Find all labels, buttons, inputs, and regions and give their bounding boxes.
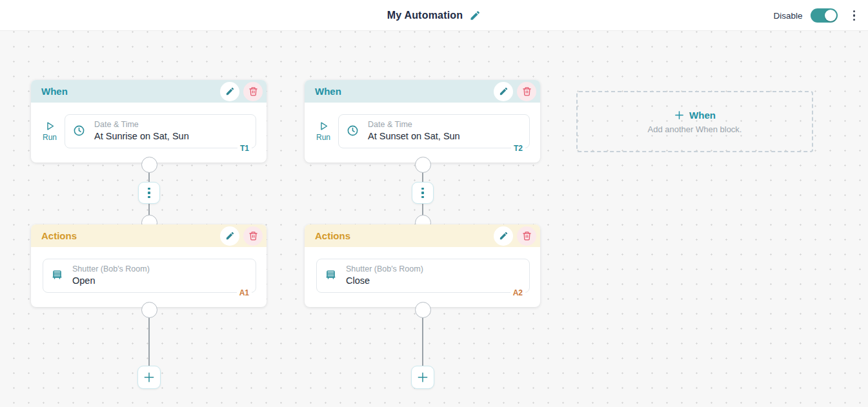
trigger-type-label: Date & Time <box>368 120 460 129</box>
plus-icon <box>143 371 156 384</box>
add-when-label: When <box>689 110 716 121</box>
trigger-card-1[interactable]: Date & Time At Sunrise on Sat, Sun T1 <box>65 114 256 148</box>
connector-line <box>148 308 150 373</box>
trigger-value: At Sunrise on Sat, Sun <box>94 131 189 141</box>
trigger-tag: T1 <box>237 144 252 153</box>
edit-actions-2-button[interactable] <box>494 226 513 246</box>
action-texts: Shutter (Bob's Room) Close <box>346 264 423 286</box>
play-icon <box>45 121 56 132</box>
when-block-1-title: When <box>41 86 68 97</box>
when-block-2-body: Run Date & Time At Sunset on Sat, Sun T2 <box>305 103 540 163</box>
actions-block-1-header: Actions <box>31 224 267 247</box>
page-title: My Automation <box>387 10 463 21</box>
delete-when-2-button[interactable] <box>517 82 536 101</box>
action-texts: Shutter (Bob's Room) Open <box>72 264 150 286</box>
title-area: My Automation <box>387 0 481 31</box>
action-card-2[interactable]: Shutter (Bob's Room) Close A2 <box>316 259 530 293</box>
trash-icon <box>522 86 532 96</box>
action-value: Close <box>346 275 423 286</box>
more-options-kebab-icon[interactable] <box>849 8 860 24</box>
actions-block-2-header: Actions <box>305 224 540 247</box>
edit-title-pencil-icon[interactable] <box>469 10 481 21</box>
connector-node <box>141 157 157 173</box>
when-block-1: When Run Date & Time At Sunrise on Sat, … <box>31 80 267 163</box>
shutter-icon <box>325 269 337 281</box>
trigger-card-2[interactable]: Date & Time At Sunset on Sat, Sun T2 <box>338 114 530 148</box>
plus-icon <box>674 110 685 121</box>
header-controls: Disable <box>773 0 859 31</box>
when-block-1-header: When <box>31 80 267 103</box>
delete-when-1-button[interactable] <box>243 82 263 101</box>
action-card-1[interactable]: Shutter (Bob's Room) Open A1 <box>43 259 256 293</box>
trigger-type-label: Date & Time <box>94 120 189 129</box>
trigger-texts: Date & Time At Sunrise on Sat, Sun <box>94 120 189 141</box>
run-label: Run <box>316 133 330 142</box>
when-block-2-title: When <box>315 86 341 97</box>
action-device-label: Shutter (Bob's Room) <box>346 264 423 273</box>
action-tag: A1 <box>237 288 252 297</box>
when-block-2-header: When <box>305 80 540 103</box>
actions-block-2-body: Shutter (Bob's Room) Close A2 <box>305 247 540 307</box>
pencil-icon <box>499 231 509 241</box>
actions-block-1-body: Shutter (Bob's Room) Open A1 <box>31 247 267 307</box>
delete-actions-1-button[interactable] <box>243 226 263 246</box>
actions-block-1-title: Actions <box>41 230 77 241</box>
clock-icon <box>347 124 359 137</box>
trigger-texts: Date & Time At Sunset on Sat, Sun <box>368 120 460 141</box>
pencil-icon <box>225 231 235 241</box>
when-block-1-body: Run Date & Time At Sunrise on Sat, Sun T… <box>31 103 267 163</box>
connector-node <box>415 157 431 173</box>
run-trigger-2-button[interactable]: Run <box>312 121 334 142</box>
action-tag: A2 <box>510 288 525 297</box>
run-label: Run <box>43 133 57 142</box>
edit-when-1-button[interactable] <box>220 82 239 101</box>
when-block-2: When Run Date & Time At Sunset on Sat, S… <box>305 80 540 163</box>
run-trigger-1-button[interactable]: Run <box>39 121 61 142</box>
shutter-icon <box>51 269 63 281</box>
trash-icon <box>248 86 258 96</box>
add-when-block-button[interactable]: When Add another When block. <box>576 91 813 152</box>
add-when-heading: When <box>674 110 716 121</box>
connector-options-button[interactable] <box>412 182 434 204</box>
connector-line <box>422 308 423 373</box>
top-bar: My Automation Disable <box>0 0 868 31</box>
edit-when-2-button[interactable] <box>494 82 513 101</box>
trigger-tag: T2 <box>511 144 525 153</box>
toggle-knob <box>825 10 836 21</box>
trash-icon <box>522 231 532 241</box>
add-when-hint: Add another When block. <box>648 124 742 134</box>
action-device-label: Shutter (Bob's Room) <box>72 264 150 273</box>
pencil-icon <box>225 86 235 96</box>
add-action-2-button[interactable] <box>411 366 434 389</box>
add-action-1-button[interactable] <box>137 366 161 389</box>
plus-icon <box>416 371 429 384</box>
play-icon <box>318 121 329 132</box>
edit-actions-1-button[interactable] <box>220 226 239 246</box>
disable-toggle[interactable] <box>811 8 838 23</box>
action-value: Open <box>72 275 150 286</box>
actions-block-2: Actions Shutter (Bob's Room) Close A2 <box>305 224 540 307</box>
disable-label: Disable <box>773 11 802 21</box>
connector-options-button[interactable] <box>138 182 160 204</box>
pencil-icon <box>499 86 509 96</box>
delete-actions-2-button[interactable] <box>517 226 536 246</box>
clock-icon <box>73 124 85 137</box>
actions-block-1: Actions Shutter (Bob's Room) Open A1 <box>31 224 267 307</box>
automation-canvas: When Run Date & Time At Sunrise on Sat, … <box>0 31 868 407</box>
connector-node <box>415 302 431 318</box>
connector-node <box>141 302 157 318</box>
trash-icon <box>248 231 258 241</box>
trigger-value: At Sunset on Sat, Sun <box>368 131 460 141</box>
actions-block-2-title: Actions <box>315 230 350 241</box>
